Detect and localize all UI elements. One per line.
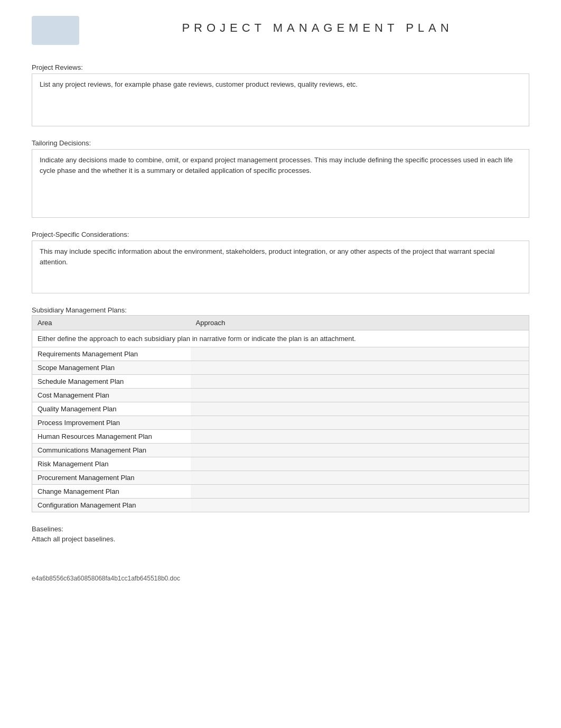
footer-doc-id: e4a6b8556c63a60858068fa4b1cc1afb645518b0…	[32, 575, 529, 582]
subsidiary-area-cell: Requirements Management Plan	[32, 347, 191, 361]
table-row: Quality Management Plan	[32, 402, 529, 416]
subsidiary-area-cell: Quality Management Plan	[32, 402, 191, 416]
subsidiary-area-cell: Change Management Plan	[32, 485, 191, 499]
table-row: Communications Management Plan	[32, 444, 529, 457]
project-specific-label: Project-Specific Considerations:	[32, 231, 529, 238]
project-specific-content: This may include specific information ab…	[32, 241, 529, 293]
subsidiary-approach-cell	[191, 430, 529, 444]
baselines-label: Baselines:	[32, 525, 529, 533]
page-title: PROJECT MANAGEMENT PLAN	[106, 16, 529, 35]
subsidiary-intro-text: Either define the approach to each subsi…	[32, 330, 529, 347]
subsidiary-area-cell: Human Resources Management Plan	[32, 430, 191, 444]
subsidiary-area-cell: Schedule Management Plan	[32, 375, 191, 389]
project-reviews-label: Project Reviews:	[32, 63, 529, 71]
table-row: Procurement Management Plan	[32, 471, 529, 485]
subsidiary-approach-cell	[191, 471, 529, 485]
subsidiary-approach-cell	[191, 416, 529, 430]
subsidiary-section: Subsidiary Management Plans: Area Approa…	[32, 306, 529, 512]
logo-area	[32, 16, 95, 48]
table-row: Scope Management Plan	[32, 361, 529, 375]
logo-image	[32, 16, 79, 45]
subsidiary-table: Area Approach Either define the approach…	[32, 315, 529, 512]
subsidiary-area-cell: Configuration Management Plan	[32, 499, 191, 512]
subsidiary-area-cell: Scope Management Plan	[32, 361, 191, 375]
subsidiary-area-cell: Procurement Management Plan	[32, 471, 191, 485]
table-row: Requirements Management Plan	[32, 347, 529, 361]
col-area-header: Area	[32, 316, 191, 330]
baselines-content: Attach all project baselines.	[32, 535, 529, 543]
table-row: Risk Management Plan	[32, 457, 529, 471]
table-row: Process Improvement Plan	[32, 416, 529, 430]
project-reviews-section: Project Reviews: List any project review…	[32, 63, 529, 126]
subsidiary-area-cell: Process Improvement Plan	[32, 416, 191, 430]
subsidiary-area-cell: Communications Management Plan	[32, 444, 191, 457]
tailoring-decisions-label: Tailoring Decisions:	[32, 139, 529, 147]
subsidiary-approach-cell	[191, 389, 529, 402]
subsidiary-approach-cell	[191, 347, 529, 361]
subsidiary-approach-cell	[191, 444, 529, 457]
subsidiary-approach-cell	[191, 485, 529, 499]
subsidiary-area-cell: Risk Management Plan	[32, 457, 191, 471]
page-header: PROJECT MANAGEMENT PLAN	[32, 16, 529, 48]
subsidiary-label: Subsidiary Management Plans:	[32, 306, 529, 314]
baselines-section: Baselines: Attach all project baselines.	[32, 525, 529, 543]
subsidiary-approach-cell	[191, 361, 529, 375]
table-row: Cost Management Plan	[32, 389, 529, 402]
tailoring-decisions-section: Tailoring Decisions: Indicate any decisi…	[32, 139, 529, 218]
subsidiary-approach-cell	[191, 402, 529, 416]
table-row: Human Resources Management Plan	[32, 430, 529, 444]
col-approach-header: Approach	[191, 316, 529, 330]
subsidiary-intro-row: Either define the approach to each subsi…	[32, 330, 529, 347]
subsidiary-approach-cell	[191, 499, 529, 512]
tailoring-decisions-content: Indicate any decisions made to combine, …	[32, 149, 529, 218]
subsidiary-approach-cell	[191, 457, 529, 471]
project-specific-section: Project-Specific Considerations: This ma…	[32, 231, 529, 293]
table-row: Configuration Management Plan	[32, 499, 529, 512]
subsidiary-area-cell: Cost Management Plan	[32, 389, 191, 402]
project-reviews-content: List any project reviews, for example ph…	[32, 73, 529, 126]
table-row: Schedule Management Plan	[32, 375, 529, 389]
subsidiary-approach-cell	[191, 375, 529, 389]
table-header-row: Area Approach	[32, 316, 529, 330]
table-row: Change Management Plan	[32, 485, 529, 499]
